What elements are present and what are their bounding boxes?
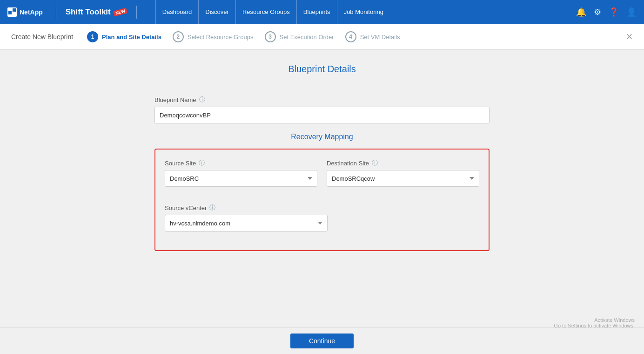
source-vcenter-group: Source vCenter ⓘ hv-vcsa.nimdemo.com — [165, 204, 479, 231]
destination-site-group: Destination Site ⓘ DemoSRCqcow — [327, 159, 479, 187]
step-1-label: Plan and Site Details — [102, 34, 161, 41]
main-nav: Dashboard Discover Resource Groups Bluep… — [155, 0, 390, 24]
netapp-logo: NetApp — [7, 7, 43, 17]
close-button[interactable]: ✕ — [626, 32, 633, 42]
netapp-label: NetApp — [20, 8, 43, 16]
step-2[interactable]: 2 Select Resource Groups — [173, 31, 254, 42]
header-right: 🔔 ⚙ ❓ 👤 — [576, 7, 637, 17]
shift-badge: NEW — [113, 7, 127, 16]
blueprint-name-label: Blueprint Name ⓘ — [154, 95, 490, 104]
step-1[interactable]: 1 Plan and Site Details — [87, 31, 161, 42]
wizard-steps: 1 Plan and Site Details 2 Select Resourc… — [87, 31, 411, 42]
create-blueprint-label: Create New Blueprint — [11, 33, 73, 41]
step-1-circle: 1 — [87, 31, 98, 42]
step-2-label: Select Resource Groups — [188, 34, 254, 41]
header-left: NetApp Shift Toolkit NEW Dashboard Disco… — [7, 0, 390, 24]
step-2-circle: 2 — [173, 31, 184, 42]
destination-site-wrapper: DemoSRCqcow — [327, 170, 479, 187]
blueprint-name-info-icon[interactable]: ⓘ — [199, 95, 205, 104]
nav-resource-groups[interactable]: Resource Groups — [236, 0, 297, 24]
recovery-mapping-title: Recovery Mapping — [154, 133, 490, 141]
nav-job-monitoring[interactable]: Job Monitoring — [337, 0, 390, 24]
recovery-mapping-box: Source Site ⓘ DemoSRC Destination Site ⓘ — [154, 149, 490, 251]
footer: Continue — [0, 327, 644, 354]
destination-site-info-icon[interactable]: ⓘ — [372, 159, 378, 167]
step-4-label: Set VM Details — [360, 34, 400, 41]
continue-button[interactable]: Continue — [290, 334, 354, 348]
step-3-circle: 3 — [265, 31, 276, 42]
source-site-label: Source Site ⓘ — [165, 159, 317, 167]
section-title: Blueprint Details — [154, 64, 490, 75]
main-content: Blueprint Details Blueprint Name ⓘ Recov… — [0, 50, 644, 348]
gear-icon[interactable]: ⚙ — [594, 7, 601, 17]
source-site-info-icon[interactable]: ⓘ — [199, 159, 205, 167]
step-4-circle: 4 — [345, 31, 356, 42]
site-row: Source Site ⓘ DemoSRC Destination Site ⓘ — [165, 159, 479, 196]
svg-rect-2 — [13, 8, 16, 12]
source-site-wrapper: DemoSRC — [165, 170, 317, 187]
source-vcenter-wrapper: hv-vcsa.nimdemo.com — [165, 215, 479, 231]
step-4[interactable]: 4 Set VM Details — [345, 31, 400, 42]
destination-site-select[interactable]: DemoSRCqcow — [327, 170, 479, 187]
app-header: NetApp Shift Toolkit NEW Dashboard Disco… — [0, 0, 644, 24]
source-site-group: Source Site ⓘ DemoSRC — [165, 159, 317, 187]
source-vcenter-select[interactable]: hv-vcsa.nimdemo.com — [165, 215, 328, 231]
header-divider-1 — [56, 6, 56, 19]
source-vcenter-label: Source vCenter ⓘ — [165, 204, 479, 212]
form-container: Blueprint Details Blueprint Name ⓘ Recov… — [154, 64, 490, 251]
blueprint-name-group: Blueprint Name ⓘ — [154, 95, 490, 123]
nav-blueprints[interactable]: Blueprints — [297, 0, 337, 24]
step-3[interactable]: 3 Set Execution Order — [265, 31, 334, 42]
help-icon[interactable]: ❓ — [609, 7, 619, 17]
bell-icon[interactable]: 🔔 — [576, 7, 586, 17]
destination-site-label: Destination Site ⓘ — [327, 159, 479, 167]
svg-rect-1 — [8, 11, 12, 14]
steps-bar: Create New Blueprint 1 Plan and Site Det… — [0, 24, 644, 50]
blueprint-name-input[interactable] — [154, 107, 490, 123]
source-vcenter-info-icon[interactable]: ⓘ — [209, 204, 215, 212]
nav-discover[interactable]: Discover — [199, 0, 236, 24]
source-site-select[interactable]: DemoSRC — [165, 170, 317, 187]
header-divider-2 — [136, 6, 137, 19]
shift-toolkit-label: Shift Toolkit NEW — [66, 7, 127, 17]
user-icon[interactable]: 👤 — [626, 7, 637, 17]
step-3-label: Set Execution Order — [280, 34, 334, 41]
section-divider — [154, 84, 490, 84]
netapp-icon — [7, 7, 17, 17]
nav-dashboard[interactable]: Dashboard — [155, 0, 199, 24]
